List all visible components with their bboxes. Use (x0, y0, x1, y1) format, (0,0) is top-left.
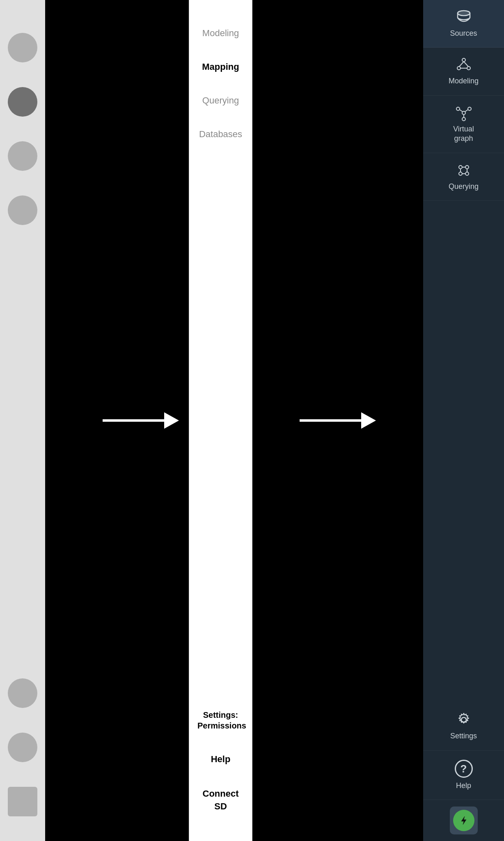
svg-point-10 (468, 107, 471, 110)
svg-point-1 (458, 11, 470, 16)
avatar-3[interactable] (8, 141, 37, 171)
submenu-panel: Modeling Mapping Querying Databases Sett… (189, 0, 252, 841)
svg-point-17 (459, 172, 462, 175)
svg-point-8 (462, 111, 465, 115)
left-sidebar (0, 0, 45, 841)
querying-label: Querying (449, 182, 479, 191)
avatar-2[interactable] (8, 87, 37, 117)
submenu-databases[interactable]: Databases (189, 117, 252, 151)
svg-point-11 (462, 117, 465, 121)
arrow-left (103, 412, 185, 429)
sources-label: Sources (450, 29, 477, 38)
nav-item-sources[interactable]: Sources (423, 0, 504, 48)
arrow-head-right (361, 412, 376, 429)
svg-line-6 (464, 62, 468, 67)
avatar-4[interactable] (8, 195, 37, 225)
nav-item-querying[interactable]: Querying (423, 153, 504, 201)
virtual-graph-label: Virtualgraph (453, 124, 474, 144)
avatar-square[interactable] (8, 787, 37, 816)
arrow-line-right (300, 419, 361, 422)
submenu-mapping[interactable]: Mapping (189, 50, 252, 84)
arrow-head-left (164, 412, 179, 429)
svg-point-4 (467, 67, 470, 70)
svg-point-16 (465, 165, 469, 169)
connect-sd-button[interactable] (450, 807, 478, 834)
svg-point-15 (459, 165, 462, 169)
svg-point-2 (462, 58, 465, 62)
submenu-modeling[interactable]: Modeling (189, 16, 252, 50)
svg-line-12 (460, 110, 463, 112)
avatar-1[interactable] (8, 33, 37, 62)
submenu-settings-permissions[interactable]: Settings:Permissions (189, 698, 252, 742)
nav-item-modeling[interactable]: Modeling (423, 48, 504, 95)
database-icon (456, 9, 472, 25)
arrow-line-left (103, 419, 164, 422)
arrow-right (300, 412, 382, 429)
help-circle-icon: ? (455, 760, 473, 778)
querying-icon (456, 162, 472, 179)
middle-area: Modeling Mapping Querying Databases Sett… (45, 0, 423, 841)
settings-label: Settings (450, 731, 477, 741)
lightning-icon (453, 810, 474, 831)
svg-point-18 (465, 172, 469, 175)
virtual-graph-icon (456, 105, 472, 121)
svg-point-3 (457, 67, 460, 70)
submenu-querying[interactable]: Querying (189, 84, 252, 117)
svg-line-5 (459, 62, 464, 67)
submenu-connect-sd[interactable]: ConnectSD (189, 776, 252, 825)
svg-line-13 (465, 110, 468, 112)
avatar-5[interactable] (8, 678, 37, 708)
submenu-help[interactable]: Help (189, 742, 252, 776)
help-label: Help (456, 781, 471, 790)
svg-point-9 (456, 107, 460, 110)
modeling-label: Modeling (449, 76, 479, 86)
avatar-6[interactable] (8, 733, 37, 762)
modeling-icon (456, 57, 472, 73)
nav-item-virtual-graph[interactable]: Virtualgraph (423, 96, 504, 153)
right-sidebar: Sources Modeling Virtualgraph (423, 0, 504, 841)
nav-item-help[interactable]: ? Help (423, 751, 504, 800)
nav-item-settings[interactable]: Settings (423, 703, 504, 750)
gear-icon (456, 712, 472, 728)
